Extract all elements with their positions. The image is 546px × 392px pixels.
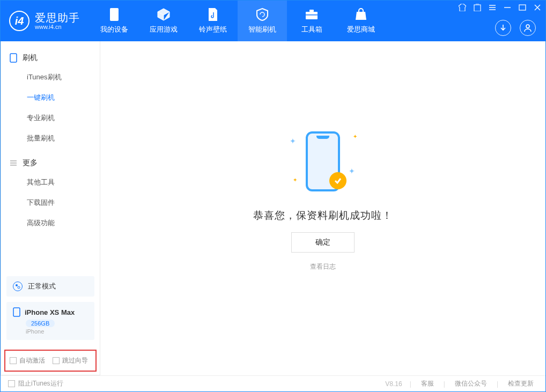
device-info-box[interactable]: iPhone XS Max 256GB iPhone bbox=[6, 302, 94, 340]
svg-rect-8 bbox=[10, 54, 17, 62]
sidebar-item-oneclick-flash[interactable]: 一键刷机 bbox=[1, 87, 100, 108]
mode-icon bbox=[13, 282, 23, 291]
view-log-link[interactable]: 查看日志 bbox=[310, 262, 336, 271]
checkbox-icon bbox=[53, 357, 60, 364]
device-mode-box[interactable]: 正常模式 bbox=[6, 276, 94, 297]
device-icon bbox=[107, 8, 121, 21]
skin-icon[interactable] bbox=[459, 4, 466, 11]
refresh-shield-icon bbox=[255, 8, 269, 21]
cube-icon bbox=[157, 8, 171, 21]
window-controls bbox=[459, 4, 541, 11]
svg-rect-2 bbox=[306, 12, 318, 19]
phone-icon bbox=[10, 53, 17, 63]
device-storage-badge: 256GB bbox=[26, 320, 55, 327]
minimize-icon[interactable] bbox=[504, 4, 511, 11]
sidebar-item-itunes-flash[interactable]: iTunes刷机 bbox=[1, 67, 100, 87]
device-type: iPhone bbox=[26, 328, 88, 335]
download-icon[interactable] bbox=[495, 20, 511, 36]
section-title: 刷机 bbox=[23, 53, 38, 63]
menu-icon[interactable] bbox=[489, 4, 496, 11]
tab-label: 应用游戏 bbox=[150, 25, 178, 34]
highlighted-options: 自动激活 跳过向导 bbox=[4, 350, 97, 372]
device-mode: 正常模式 bbox=[28, 282, 56, 291]
tab-apps-games[interactable]: 应用游戏 bbox=[139, 1, 188, 41]
app-url: www.i4.cn bbox=[35, 24, 80, 30]
checkbox-icon bbox=[8, 380, 15, 387]
app-header: i4 爱思助手 www.i4.cn 我的设备 应用游戏 铃声壁纸 智能刷机 工具… bbox=[1, 1, 545, 41]
tab-label: 我的设备 bbox=[100, 25, 128, 34]
svg-rect-3 bbox=[309, 10, 314, 12]
svg-point-9 bbox=[16, 284, 18, 286]
sparkle-icon: ✦ bbox=[290, 137, 296, 145]
feedback-icon[interactable] bbox=[474, 4, 481, 11]
section-title: 更多 bbox=[23, 158, 38, 168]
version-label: V8.16 bbox=[385, 380, 402, 388]
phone-icon bbox=[13, 307, 20, 317]
user-icon[interactable] bbox=[520, 20, 536, 36]
success-illustration: ✦ ✦ ✦ ✦ bbox=[280, 124, 366, 199]
tab-label: 工具箱 bbox=[301, 25, 322, 34]
svg-rect-4 bbox=[306, 14, 318, 16]
footer-support-link[interactable]: 客服 bbox=[417, 379, 438, 388]
header-actions bbox=[495, 20, 536, 36]
svg-point-7 bbox=[526, 25, 529, 28]
sparkle-icon: ✦ bbox=[353, 134, 357, 139]
sidebar-item-batch-flash[interactable]: 批量刷机 bbox=[1, 128, 100, 149]
ok-button[interactable]: 确定 bbox=[291, 232, 355, 253]
tab-label: 爱思商城 bbox=[347, 25, 375, 34]
tab-label: 铃声壁纸 bbox=[199, 25, 227, 34]
logo-icon: i4 bbox=[9, 11, 29, 31]
svg-rect-11 bbox=[13, 308, 20, 316]
footer-update-link[interactable]: 检查更新 bbox=[504, 379, 538, 388]
toolbox-icon bbox=[305, 8, 319, 21]
logo: i4 爱思助手 www.i4.cn bbox=[1, 1, 90, 41]
footer: 阻止iTunes运行 V8.16 | 客服 | 微信公众号 | 检查更新 bbox=[1, 375, 545, 391]
sidebar-section-more: 更多 bbox=[1, 154, 100, 172]
list-icon bbox=[10, 159, 17, 167]
tab-smart-flash[interactable]: 智能刷机 bbox=[238, 1, 287, 41]
tab-store[interactable]: 爱思商城 bbox=[336, 1, 386, 41]
device-name: iPhone XS Max bbox=[25, 308, 75, 316]
header-tabs: 我的设备 应用游戏 铃声壁纸 智能刷机 工具箱 爱思商城 bbox=[90, 1, 386, 41]
sidebar-item-pro-flash[interactable]: 专业刷机 bbox=[1, 108, 100, 128]
svg-rect-6 bbox=[519, 5, 526, 10]
close-icon[interactable] bbox=[534, 4, 541, 11]
music-file-icon bbox=[206, 8, 220, 21]
checkmark-badge-icon bbox=[329, 172, 346, 189]
checkbox-block-itunes[interactable]: 阻止iTunes运行 bbox=[8, 379, 63, 388]
app-name: 爱思助手 bbox=[35, 12, 80, 24]
main-content: ✦ ✦ ✦ ✦ 恭喜您，保资料刷机成功啦！ 确定 查看日志 bbox=[100, 41, 545, 375]
footer-wechat-link[interactable]: 微信公众号 bbox=[451, 379, 491, 388]
sparkle-icon: ✦ bbox=[349, 167, 355, 175]
sidebar-item-advanced[interactable]: 高级功能 bbox=[1, 213, 100, 233]
svg-rect-5 bbox=[474, 5, 481, 11]
sidebar-item-download-firmware[interactable]: 下载固件 bbox=[1, 193, 100, 213]
tab-my-device[interactable]: 我的设备 bbox=[90, 1, 139, 41]
sidebar: 刷机 iTunes刷机 一键刷机 专业刷机 批量刷机 更多 其他工具 下载固件 … bbox=[1, 41, 100, 375]
success-message: 恭喜您，保资料刷机成功啦！ bbox=[253, 209, 393, 223]
bag-icon bbox=[354, 8, 368, 21]
maximize-icon[interactable] bbox=[519, 4, 526, 11]
checkbox-skip-guide[interactable]: 跳过向导 bbox=[53, 356, 88, 365]
svg-point-10 bbox=[18, 286, 20, 289]
sparkle-icon: ✦ bbox=[293, 177, 297, 183]
checkbox-icon bbox=[10, 357, 17, 364]
sidebar-item-other-tools[interactable]: 其他工具 bbox=[1, 172, 100, 193]
tab-toolbox[interactable]: 工具箱 bbox=[287, 1, 336, 41]
tab-ringtones[interactable]: 铃声壁纸 bbox=[188, 1, 238, 41]
sidebar-section-flash: 刷机 bbox=[1, 49, 100, 67]
checkbox-auto-activate[interactable]: 自动激活 bbox=[10, 356, 45, 365]
tab-label: 智能刷机 bbox=[248, 25, 276, 34]
